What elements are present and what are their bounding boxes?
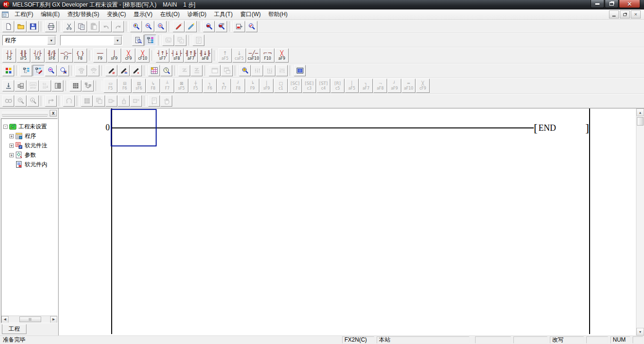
edit-cursor[interactable] xyxy=(111,109,157,146)
menu-help[interactable]: 帮助(H) xyxy=(265,9,291,19)
falling-pulse-branch-button[interactable]: ╢↓╟aF8 xyxy=(198,48,212,63)
closed-contact-button[interactable]: ┤/├F6 xyxy=(31,48,44,63)
new-project-button[interactable] xyxy=(2,21,14,32)
sfc-block-split-button[interactable] xyxy=(52,80,63,91)
find-string-button[interactable] xyxy=(155,21,167,32)
data-name-combo[interactable]: ▼ xyxy=(60,35,123,45)
menu-edit[interactable]: 编辑(E) xyxy=(37,9,63,19)
vscroll-track[interactable] xyxy=(636,116,644,328)
sfc-tree-display-button[interactable] xyxy=(82,80,94,91)
device-comment-edit-button[interactable] xyxy=(185,21,197,32)
device-batch-monitor-button[interactable] xyxy=(203,21,215,32)
end-instruction[interactable]: [END ] xyxy=(534,121,589,135)
closed-branch-button[interactable]: ╢/╟sF6 xyxy=(45,48,59,63)
panel-grip-handle[interactable] xyxy=(2,112,48,115)
chevron-down-icon[interactable]: ▼ xyxy=(114,36,122,45)
menu-find-replace[interactable]: 查找/替换(S) xyxy=(63,9,103,19)
tree-item-project-root[interactable]: -工程未设置 xyxy=(3,122,57,131)
menu-convert[interactable]: 变换(C) xyxy=(103,9,130,19)
scroll-down-icon[interactable]: ▼ xyxy=(636,328,644,335)
note-button[interactable] xyxy=(130,65,142,76)
open-contact-button[interactable]: ┤├F5 xyxy=(2,48,16,63)
monitor-mode-button[interactable] xyxy=(45,65,57,76)
write-line-button[interactable]: ⌐¬F10 xyxy=(261,48,274,63)
toolbar-separator xyxy=(65,81,68,91)
vscroll-thumb[interactable] xyxy=(637,117,644,126)
menu-online[interactable]: 在线(O) xyxy=(156,9,183,19)
coil-button[interactable]: ─○─F7 xyxy=(59,48,73,63)
sfc-zoom-display-button[interactable] xyxy=(70,80,81,91)
copy-button[interactable] xyxy=(75,21,87,32)
program-check-monitor-button[interactable] xyxy=(246,21,257,32)
monitor-write-mode-button[interactable] xyxy=(57,65,69,76)
tab-project[interactable]: 工程 xyxy=(2,324,26,334)
child-close-button[interactable]: × xyxy=(631,10,641,18)
expand-icon[interactable]: + xyxy=(9,134,14,138)
tree-hscroll-thumb[interactable] xyxy=(19,317,41,322)
program-type-combo[interactable]: 程序 ▼ xyxy=(2,35,56,45)
child-restore-button[interactable] xyxy=(620,10,630,18)
rising-pulse-branch-button[interactable]: ╢↑╟aF7 xyxy=(184,48,198,63)
open-project-button[interactable] xyxy=(15,21,26,32)
toolbar-separator xyxy=(214,50,217,61)
menu-tools[interactable]: 工具(T) xyxy=(210,9,236,19)
macro-icon xyxy=(165,36,172,44)
minimize-button[interactable] xyxy=(591,0,604,8)
tree-hscroll-track[interactable] xyxy=(9,316,50,323)
tree-item-device-comment[interactable]: +软元件注 xyxy=(3,141,57,150)
statement-button[interactable] xyxy=(118,65,130,76)
scroll-up-icon[interactable]: ▲ xyxy=(636,109,644,116)
comment-display-button[interactable] xyxy=(132,35,144,46)
collapse-icon[interactable]: - xyxy=(3,125,8,129)
child-minimize-button[interactable] xyxy=(609,10,619,18)
delete-line-button[interactable]: ╳aF9 xyxy=(275,48,289,63)
tree-horizontal-scrollbar[interactable]: ◀ ▶ xyxy=(1,316,57,323)
chevron-down-icon[interactable]: ▼ xyxy=(47,36,55,45)
cut-button[interactable] xyxy=(63,21,75,32)
project-data-list-button[interactable] xyxy=(144,35,156,46)
editor-vertical-scrollbar[interactable]: ▲ ▼ xyxy=(636,109,644,335)
expand-icon[interactable]: + xyxy=(9,144,14,148)
delete-horizontal-line-button[interactable]: ╳cF9 xyxy=(122,48,135,63)
panel-close-button[interactable]: x xyxy=(50,110,57,117)
find-instruction-button[interactable] xyxy=(142,21,154,32)
menu-view[interactable]: 显示(V) xyxy=(130,9,156,19)
close-button[interactable]: ✕ xyxy=(619,0,640,8)
falling-pulse-button[interactable]: ┤↓├sF8 xyxy=(170,48,184,63)
tree-item-program[interactable]: +程序 xyxy=(3,131,57,141)
tree-item-device-memory[interactable]: 软元件内 xyxy=(3,160,57,169)
menu-project[interactable]: 工程(F) xyxy=(11,9,37,19)
horizontal-line-button[interactable]: ──F9 xyxy=(93,48,107,63)
print-button[interactable] xyxy=(45,21,57,32)
read-mode-button[interactable] xyxy=(20,65,32,76)
ladder-editor[interactable]: 0 [END ] xyxy=(58,109,636,335)
transfer-setup-button[interactable] xyxy=(233,21,245,32)
ladder-logic-test-button[interactable] xyxy=(2,65,14,76)
device-comment-button[interactable] xyxy=(106,65,117,76)
monitor-start-button[interactable] xyxy=(239,65,251,76)
scroll-left-icon[interactable]: ◀ xyxy=(1,316,9,323)
sfc-step-insert-button[interactable] xyxy=(2,80,14,91)
find-device-button[interactable] xyxy=(130,21,142,32)
restore-button[interactable] xyxy=(605,0,618,8)
tree-item-parameter[interactable]: +参数 xyxy=(3,150,57,160)
menu-diagnostics[interactable]: 诊断(D) xyxy=(184,9,211,19)
rising-pulse-button[interactable]: ┤↑├sF7 xyxy=(156,48,169,63)
menu-window[interactable]: 窗口(W) xyxy=(237,9,265,19)
write-mode-button[interactable] xyxy=(33,65,44,76)
delete-vertical-line-button[interactable]: ╳cF10 xyxy=(136,48,150,63)
device-memory-entry-button[interactable] xyxy=(148,65,160,76)
sfc-block-copy-button[interactable] xyxy=(15,80,26,91)
ladder-symbol-edit-button[interactable] xyxy=(173,21,185,32)
vertical-line-button[interactable]: │sF9 xyxy=(107,48,121,63)
invert-operation-result-button[interactable]: ─╱─caF10 xyxy=(247,48,260,63)
entry-ladder-monitor-button[interactable] xyxy=(294,65,306,76)
expand-icon[interactable]: + xyxy=(9,153,14,157)
save-project-button[interactable] xyxy=(27,21,39,32)
application-instruction-button[interactable]: { }F8 xyxy=(73,48,87,63)
buffer-batch-monitor-button[interactable] xyxy=(215,21,227,32)
scroll-right-icon[interactable]: ▶ xyxy=(50,316,57,323)
window-title: MELSOFT系列 GX Developer 工程未设置 - [梯形图(写入) … xyxy=(12,1,195,9)
open-branch-button[interactable]: ╢╟sF5 xyxy=(17,48,30,63)
clock-setting-button[interactable] xyxy=(160,65,172,76)
